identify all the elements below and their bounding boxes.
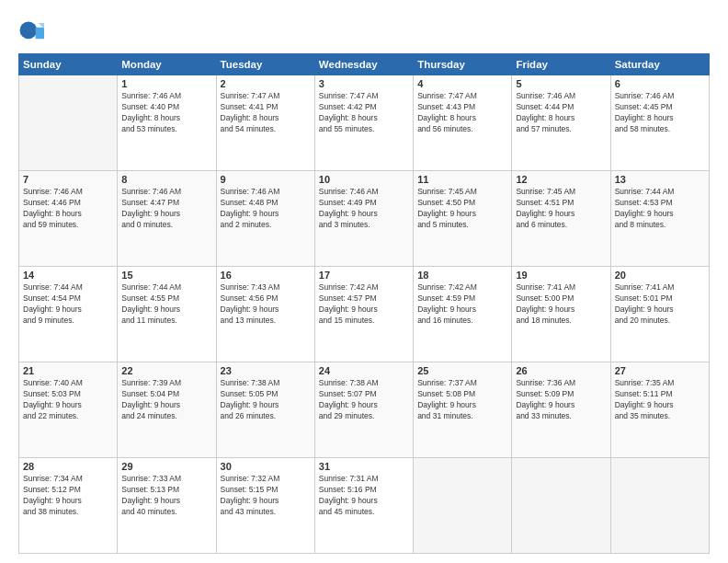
calendar-cell: [610, 458, 709, 554]
day-info: Sunrise: 7:40 AM Sunset: 5:03 PM Dayligh…: [23, 378, 113, 422]
calendar-cell: [19, 75, 118, 171]
day-info: Sunrise: 7:36 AM Sunset: 5:09 PM Dayligh…: [516, 378, 606, 422]
calendar-cell: 24Sunrise: 7:38 AM Sunset: 5:07 PM Dayli…: [314, 362, 413, 458]
day-info: Sunrise: 7:44 AM Sunset: 4:55 PM Dayligh…: [121, 282, 211, 327]
calendar-header-thursday: Thursday: [414, 54, 512, 75]
logo: [18, 20, 48, 46]
day-info: Sunrise: 7:46 AM Sunset: 4:44 PM Dayligh…: [516, 91, 606, 135]
day-info: Sunrise: 7:43 AM Sunset: 4:56 PM Dayligh…: [221, 282, 311, 327]
calendar-cell: 23Sunrise: 7:38 AM Sunset: 5:05 PM Dayli…: [216, 362, 314, 458]
calendar-cell: 1Sunrise: 7:46 AM Sunset: 4:40 PM Daylig…: [118, 75, 216, 171]
calendar-cell: 27Sunrise: 7:35 AM Sunset: 5:11 PM Dayli…: [610, 362, 709, 458]
day-number: 11: [417, 174, 507, 185]
calendar-header-monday: Monday: [118, 54, 216, 75]
calendar-cell: 13Sunrise: 7:44 AM Sunset: 4:53 PM Dayli…: [610, 171, 709, 267]
calendar-cell: 11Sunrise: 7:45 AM Sunset: 4:50 PM Dayli…: [414, 171, 512, 267]
day-info: Sunrise: 7:46 AM Sunset: 4:45 PM Dayligh…: [615, 91, 705, 135]
calendar-header-tuesday: Tuesday: [216, 54, 314, 75]
calendar-header-saturday: Saturday: [610, 54, 709, 75]
day-info: Sunrise: 7:45 AM Sunset: 4:50 PM Dayligh…: [417, 187, 507, 231]
day-info: Sunrise: 7:47 AM Sunset: 4:41 PM Dayligh…: [221, 91, 311, 135]
day-info: Sunrise: 7:46 AM Sunset: 4:48 PM Dayligh…: [221, 187, 311, 231]
day-info: Sunrise: 7:46 AM Sunset: 4:49 PM Dayligh…: [319, 187, 409, 231]
day-number: 23: [221, 365, 311, 376]
day-info: Sunrise: 7:39 AM Sunset: 5:04 PM Dayligh…: [121, 378, 211, 422]
calendar-cell: 17Sunrise: 7:42 AM Sunset: 4:57 PM Dayli…: [314, 267, 413, 362]
calendar-cell: 10Sunrise: 7:46 AM Sunset: 4:49 PM Dayli…: [314, 171, 413, 267]
calendar-header-sunday: Sunday: [19, 54, 118, 75]
day-info: Sunrise: 7:46 AM Sunset: 4:47 PM Dayligh…: [121, 187, 211, 231]
day-info: Sunrise: 7:47 AM Sunset: 4:43 PM Dayligh…: [417, 91, 507, 135]
calendar-cell: 2Sunrise: 7:47 AM Sunset: 4:41 PM Daylig…: [216, 75, 314, 171]
day-number: 13: [615, 174, 705, 185]
day-number: 24: [319, 365, 409, 376]
day-info: Sunrise: 7:41 AM Sunset: 5:01 PM Dayligh…: [615, 282, 705, 327]
calendar-table: SundayMondayTuesdayWednesdayThursdayFrid…: [18, 53, 710, 554]
day-info: Sunrise: 7:46 AM Sunset: 4:46 PM Dayligh…: [23, 187, 113, 231]
day-number: 27: [615, 365, 705, 376]
logo-icon: [18, 20, 44, 46]
day-number: 5: [516, 78, 606, 89]
day-info: Sunrise: 7:32 AM Sunset: 5:15 PM Dayligh…: [221, 474, 311, 518]
calendar-header-friday: Friday: [512, 54, 610, 75]
calendar-row: 14Sunrise: 7:44 AM Sunset: 4:54 PM Dayli…: [19, 267, 710, 362]
day-number: 20: [615, 270, 705, 281]
day-info: Sunrise: 7:42 AM Sunset: 4:59 PM Dayligh…: [417, 282, 507, 327]
day-info: Sunrise: 7:41 AM Sunset: 5:00 PM Dayligh…: [516, 282, 606, 327]
day-number: 2: [221, 78, 311, 89]
calendar-cell: 22Sunrise: 7:39 AM Sunset: 5:04 PM Dayli…: [118, 362, 216, 458]
calendar-row: 21Sunrise: 7:40 AM Sunset: 5:03 PM Dayli…: [19, 362, 710, 458]
calendar-cell: 12Sunrise: 7:45 AM Sunset: 4:51 PM Dayli…: [512, 171, 610, 267]
day-number: 17: [319, 270, 409, 281]
day-info: Sunrise: 7:34 AM Sunset: 5:12 PM Dayligh…: [23, 474, 113, 518]
calendar-cell: 20Sunrise: 7:41 AM Sunset: 5:01 PM Dayli…: [610, 267, 709, 362]
calendar-row: 1Sunrise: 7:46 AM Sunset: 4:40 PM Daylig…: [19, 75, 710, 171]
day-number: 28: [23, 461, 113, 472]
day-number: 1: [121, 78, 211, 89]
day-number: 16: [221, 270, 311, 281]
day-number: 18: [417, 270, 507, 281]
header: [18, 17, 710, 46]
page: SundayMondayTuesdayWednesdayThursdayFrid…: [0, 0, 728, 563]
day-info: Sunrise: 7:35 AM Sunset: 5:11 PM Dayligh…: [615, 378, 705, 422]
calendar-cell: 3Sunrise: 7:47 AM Sunset: 4:42 PM Daylig…: [314, 75, 413, 171]
day-number: 14: [23, 270, 113, 281]
calendar-cell: 7Sunrise: 7:46 AM Sunset: 4:46 PM Daylig…: [19, 171, 118, 267]
day-number: 7: [23, 174, 113, 185]
calendar-cell: 18Sunrise: 7:42 AM Sunset: 4:59 PM Dayli…: [414, 267, 512, 362]
day-info: Sunrise: 7:38 AM Sunset: 5:05 PM Dayligh…: [221, 378, 311, 422]
day-number: 21: [23, 365, 113, 376]
calendar-cell: 26Sunrise: 7:36 AM Sunset: 5:09 PM Dayli…: [512, 362, 610, 458]
calendar-cell: 21Sunrise: 7:40 AM Sunset: 5:03 PM Dayli…: [19, 362, 118, 458]
calendar-cell: 25Sunrise: 7:37 AM Sunset: 5:08 PM Dayli…: [414, 362, 512, 458]
day-number: 30: [221, 461, 311, 472]
day-number: 19: [516, 270, 606, 281]
day-number: 6: [615, 78, 705, 89]
day-number: 12: [516, 174, 606, 185]
calendar-cell: 28Sunrise: 7:34 AM Sunset: 5:12 PM Dayli…: [19, 458, 118, 554]
day-info: Sunrise: 7:37 AM Sunset: 5:08 PM Dayligh…: [417, 378, 507, 422]
calendar-cell: 6Sunrise: 7:46 AM Sunset: 4:45 PM Daylig…: [610, 75, 709, 171]
calendar-header-row: SundayMondayTuesdayWednesdayThursdayFrid…: [19, 54, 710, 75]
day-info: Sunrise: 7:44 AM Sunset: 4:54 PM Dayligh…: [23, 282, 113, 327]
calendar-cell: 19Sunrise: 7:41 AM Sunset: 5:00 PM Dayli…: [512, 267, 610, 362]
day-number: 8: [121, 174, 211, 185]
calendar-cell: 5Sunrise: 7:46 AM Sunset: 4:44 PM Daylig…: [512, 75, 610, 171]
day-number: 26: [516, 365, 606, 376]
calendar-row: 28Sunrise: 7:34 AM Sunset: 5:12 PM Dayli…: [19, 458, 710, 554]
day-number: 10: [319, 174, 409, 185]
calendar-cell: 9Sunrise: 7:46 AM Sunset: 4:48 PM Daylig…: [216, 171, 314, 267]
day-number: 22: [121, 365, 211, 376]
day-info: Sunrise: 7:47 AM Sunset: 4:42 PM Dayligh…: [319, 91, 409, 135]
calendar-cell: 16Sunrise: 7:43 AM Sunset: 4:56 PM Dayli…: [216, 267, 314, 362]
svg-marker-1: [36, 28, 44, 39]
calendar-cell: 14Sunrise: 7:44 AM Sunset: 4:54 PM Dayli…: [19, 267, 118, 362]
day-info: Sunrise: 7:44 AM Sunset: 4:53 PM Dayligh…: [615, 187, 705, 231]
svg-point-0: [20, 22, 38, 40]
calendar-row: 7Sunrise: 7:46 AM Sunset: 4:46 PM Daylig…: [19, 171, 710, 267]
day-number: 15: [121, 270, 211, 281]
calendar-cell: 29Sunrise: 7:33 AM Sunset: 5:13 PM Dayli…: [118, 458, 216, 554]
calendar-cell: 8Sunrise: 7:46 AM Sunset: 4:47 PM Daylig…: [118, 171, 216, 267]
day-info: Sunrise: 7:46 AM Sunset: 4:40 PM Dayligh…: [121, 91, 211, 135]
calendar-header-wednesday: Wednesday: [314, 54, 413, 75]
